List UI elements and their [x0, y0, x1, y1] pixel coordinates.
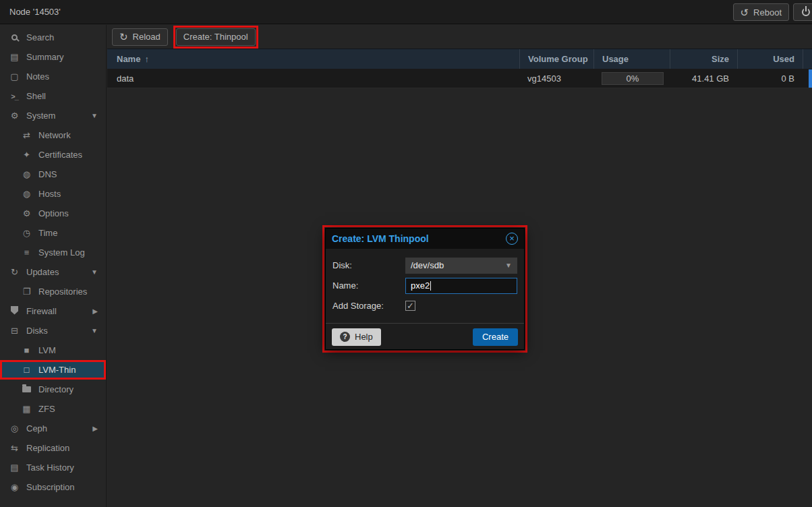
sidebar-item-label: System Log [38, 247, 85, 258]
column-header-volume-group[interactable]: Volume Group [519, 49, 593, 69]
sidebar-item-lvm-thin[interactable]: □ LVM-Thin [0, 360, 106, 380]
square-outline-icon: □ [21, 365, 32, 375]
power-icon [802, 8, 810, 16]
name-label: Name: [332, 280, 405, 291]
create-button[interactable]: Create [473, 328, 518, 346]
swap-arrows-icon: ⇄ [21, 130, 32, 140]
sidebar-item-label: Network [38, 130, 71, 140]
sidebar-item-label: Time [38, 228, 57, 238]
certificate-icon: ✦ [21, 150, 32, 160]
help-button[interactable]: ? Help [332, 328, 381, 346]
sidebar-item-dns[interactable]: ◍ DNS [0, 165, 106, 184]
sidebar-item-network[interactable]: ⇄ Network [0, 125, 106, 145]
target-icon: ◎ [9, 423, 20, 434]
column-header-size[interactable]: Size [670, 49, 737, 69]
column-label: Volume Group [528, 54, 588, 64]
name-input[interactable]: pxe2 [405, 278, 517, 294]
sidebar-item-label: Certificates [38, 150, 82, 160]
reload-button[interactable]: ↻ Reload [112, 28, 168, 46]
disk-select-value: /dev/sdb [411, 260, 444, 270]
create-thinpool-button[interactable]: Create: Thinpool [176, 28, 256, 46]
sidebar-item-subscription[interactable]: ◉ Subscription [0, 477, 106, 497]
sidebar-item-system[interactable]: ⚙ System ▼ [0, 106, 106, 125]
sidebar-item-task-history[interactable]: ▤ Task History [0, 458, 106, 477]
sidebar-item-label: System [26, 111, 55, 121]
text-cursor [430, 281, 431, 291]
sidebar-item-summary[interactable]: ▤ Summary [0, 47, 106, 67]
add-storage-checkbox[interactable]: ✓ [405, 301, 415, 311]
sidebar-item-updates[interactable]: ↻ Updates ▼ [0, 262, 106, 282]
sidebar-item-system-log[interactable]: ≡ System Log [0, 243, 106, 262]
globe-icon: ◍ [21, 189, 32, 199]
disk-select[interactable]: /dev/sdb ▼ [405, 258, 517, 274]
reboot-button[interactable]: ↺ Reboot [733, 3, 790, 21]
sidebar-item-replication[interactable]: ⇆ Replication [0, 438, 106, 458]
sidebar-item-label: Notes [26, 71, 49, 82]
sidebar-item-label: DNS [38, 169, 57, 179]
sidebar-item-directory[interactable]: Directory [0, 380, 106, 399]
sidebar-item-label: Repositories [38, 287, 87, 297]
sidebar-item-lvm[interactable]: ■ LVM [0, 340, 106, 360]
chevron-down-icon: ▼ [91, 327, 98, 334]
sidebar-item-hosts[interactable]: ◍ Hosts [0, 184, 106, 204]
column-label: Used [773, 54, 794, 64]
sidebar-item-label: Directory [38, 384, 74, 394]
sort-ascending-icon: ↑ [144, 54, 149, 64]
sidebar-item-label: LVM [38, 345, 56, 355]
sidebar: Search ▤ Summary ▢ Notes >_ Shell ⚙ Syst… [0, 25, 107, 507]
sidebar-item-time[interactable]: ◷ Time [0, 223, 106, 243]
refresh-icon: ↻ [9, 267, 20, 277]
column-header-used[interactable]: Used [737, 49, 803, 69]
shutdown-button[interactable] [793, 3, 812, 21]
close-icon[interactable]: × [506, 233, 518, 245]
chevron-right-icon: ▶ [92, 307, 98, 315]
cell-name: data [107, 69, 519, 88]
cell-used: 0 B [737, 69, 803, 88]
dialog-title: Create: LVM Thinpool [332, 233, 429, 244]
sidebar-item-zfs[interactable]: ▦ ZFS [0, 399, 106, 419]
sidebar-item-search[interactable]: Search [0, 28, 106, 47]
column-header-spacer [803, 49, 812, 69]
sidebar-item-label: Disks [26, 326, 48, 336]
column-header-usage[interactable]: Usage [593, 49, 670, 69]
sidebar-item-label: Search [26, 32, 54, 42]
dialog-header[interactable]: Create: LVM Thinpool × [326, 229, 524, 249]
gear-icon: ⚙ [21, 208, 32, 218]
book-icon: ▤ [9, 52, 20, 62]
sidebar-item-label: Replication [26, 443, 69, 453]
sidebar-item-notes[interactable]: ▢ Notes [0, 67, 106, 86]
sidebar-item-ceph[interactable]: ◎ Ceph ▶ [0, 419, 106, 438]
sidebar-item-certificates[interactable]: ✦ Certificates [0, 145, 106, 165]
sidebar-item-shell[interactable]: >_ Shell [0, 86, 106, 106]
scrollbar-thumb[interactable] [809, 69, 812, 88]
chevron-right-icon: ▶ [92, 425, 98, 432]
help-label: Help [355, 332, 373, 342]
hard-drive-icon: ⊟ [9, 326, 20, 336]
toolbar: ↻ Reload Create: Thinpool [107, 25, 812, 49]
disk-label: Disk: [332, 260, 405, 270]
name-field-row: Name: pxe2 [332, 277, 517, 294]
sidebar-item-label: Options [38, 208, 69, 218]
usage-progressbar: 0% [602, 72, 664, 85]
sidebar-item-options[interactable]: ⚙ Options [0, 204, 106, 223]
refresh-icon: ↻ [119, 32, 128, 42]
create-lvm-thinpool-dialog: Create: LVM Thinpool × Disk: /dev/sdb ▼ … [325, 228, 525, 350]
name-input-value: pxe2 [411, 280, 430, 291]
sidebar-item-repositories[interactable]: ❐ Repositories [0, 282, 106, 301]
terminal-icon: >_ [9, 92, 20, 100]
dialog-body: Disk: /dev/sdb ▼ Name: pxe2 Add Storage:… [326, 249, 524, 323]
sidebar-item-disks[interactable]: ⊟ Disks ▼ [0, 321, 106, 340]
list-box-icon: ▤ [9, 463, 20, 473]
chevron-down-icon: ▼ [505, 262, 512, 269]
sidebar-item-firewall[interactable]: Firewall ▶ [0, 301, 106, 321]
cycle-arrows-icon: ⇆ [9, 443, 20, 453]
dialog-footer: ? Help Create [326, 323, 524, 350]
sidebar-item-label: Shell [26, 91, 46, 101]
column-label: Usage [602, 54, 629, 64]
square-filled-icon: ■ [21, 345, 32, 355]
column-header-name[interactable]: Name ↑ [107, 49, 519, 69]
shield-icon [9, 306, 20, 317]
sidebar-item-label: Hosts [38, 189, 61, 199]
table-row[interactable]: data vg14503 0% 41.41 GB 0 B [107, 69, 812, 88]
create-thinpool-label: Create: Thinpool [183, 32, 248, 42]
